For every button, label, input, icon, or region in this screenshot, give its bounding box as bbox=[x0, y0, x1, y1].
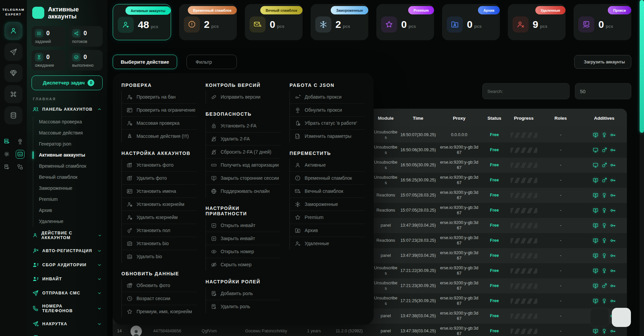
sidebar-subitem-Массовые действия[interactable]: Массовые действия bbox=[33, 127, 107, 138]
menu-item-Добавить роль[interactable]: Добавить роль bbox=[206, 287, 281, 300]
menu-item-Архив[interactable]: Архив bbox=[290, 224, 365, 237]
sidebar-item-ИНВАЙТ[interactable]: ИНВАЙТ bbox=[27, 272, 107, 286]
menu-item-Массовая проверка[interactable]: Массовая проверка bbox=[122, 117, 197, 130]
menu-item-Установить пол[interactable]: Установить пол bbox=[122, 224, 197, 237]
scrollbar-thumb[interactable] bbox=[640, 0, 644, 133]
female-icon bbox=[601, 192, 607, 199]
rail-tool-server-check[interactable] bbox=[2, 137, 11, 146]
scroll-to-bottom-button[interactable] bbox=[590, 308, 609, 327]
rail-item-accounts[interactable] bbox=[4, 22, 22, 40]
sidebar-subitem-Массовая проверка[interactable]: Массовая проверка bbox=[33, 116, 107, 127]
sidebar-item-НОМЕРА ТЕЛЕФОНОВ[interactable]: НОМЕРА ТЕЛЕФОНОВ bbox=[27, 300, 107, 317]
cell-proxy: erse.io:9200:y-gb:3d 67 bbox=[437, 190, 481, 201]
cell-roles: - bbox=[540, 132, 582, 138]
database-icon bbox=[9, 111, 17, 119]
menu-item-Закрыть сторонние сессии[interactable]: Закрыть сторонние сессии bbox=[206, 172, 281, 185]
status-card-Вечный спамблок[interactable]: Вечный спамблок0pcs bbox=[245, 4, 303, 40]
menu-item-Поддерживать онлайн[interactable]: Поддерживать онлайн bbox=[206, 185, 281, 198]
menu-item-Получить код авторизации[interactable]: Получить код авторизации bbox=[206, 159, 281, 172]
sidebar-item-СБОР АУДИТОРИИ[interactable]: СБОР АУДИТОРИИ bbox=[27, 258, 107, 272]
table-header-Module: Module bbox=[373, 116, 399, 121]
sidebar-item-ОТПРАВКА СМС[interactable]: ОТПРАВКА СМС bbox=[27, 286, 107, 300]
menu-item-Скрыть номер[interactable]: Скрыть номер bbox=[206, 258, 281, 271]
menu-item-Установить bio[interactable]: Установить bio bbox=[122, 237, 197, 250]
menu-item-Обновить фото[interactable]: Обновить фото bbox=[122, 279, 197, 292]
sidebar-subitem-Временный спамблок[interactable]: Временный спамблок bbox=[33, 161, 107, 172]
menu-item-Удалить юзернейм[interactable]: Удалить юзернейм bbox=[122, 211, 197, 224]
task-dispatcher-button[interactable]: Диспетчер задач 0 bbox=[32, 75, 103, 90]
menu-item-Обнулить прокси[interactable]: Обнулить прокси bbox=[290, 104, 365, 117]
rail-item-database[interactable] bbox=[4, 106, 22, 124]
rail-tool-settings[interactable] bbox=[2, 150, 11, 159]
status-card-badge: Вечный спамблок bbox=[260, 6, 303, 14]
sidebar-subitem-Архив[interactable]: Архив bbox=[33, 205, 107, 216]
menu-item-Установить фото[interactable]: Установить фото bbox=[122, 159, 197, 172]
menu-item-Проверить на ограничение[interactable]: Проверить на ограничение bbox=[122, 104, 197, 117]
cell-time: 16:56:25(30.09.25) bbox=[399, 178, 437, 183]
upload-accounts-button[interactable]: Загрузить аккаунты bbox=[574, 55, 631, 69]
status-card-Удаленные[interactable]: Удаленные9pcs bbox=[508, 4, 566, 40]
menu-item-Открыть номер[interactable]: Открыть номер bbox=[206, 245, 281, 258]
sidebar-item-АВТО-РЕГИСТРАЦИЯ[interactable]: АВТО-РЕГИСТРАЦИЯ bbox=[27, 244, 107, 258]
rail-tool-code-window[interactable] bbox=[16, 150, 24, 159]
menu-item-Удалить роль[interactable]: Удалить роль bbox=[206, 300, 281, 313]
menu-item-Замороженные[interactable]: Замороженные bbox=[290, 198, 365, 211]
menu-item-Удалить 2-FA[interactable]: Удалить 2-FA bbox=[206, 132, 281, 146]
menu-item-Удалить фото[interactable]: Удалить фото bbox=[122, 172, 197, 185]
menu-item-Удаленные[interactable]: Удаленные bbox=[290, 237, 365, 250]
menu-item-Убрать статус 'в работе'[interactable]: Убрать статус 'в работе' bbox=[290, 117, 365, 130]
menu-item-Возраст сессии[interactable]: Возраст сессии bbox=[122, 292, 197, 305]
progress-bar bbox=[511, 223, 537, 228]
menu-item-Вечный спамблок[interactable]: Вечный спамблок bbox=[290, 185, 365, 198]
status-card-Архив[interactable]: Архив0pcs bbox=[442, 4, 500, 40]
status-card-badge: Прокси bbox=[608, 6, 631, 14]
rail-item-sender[interactable] bbox=[4, 43, 22, 61]
cell-roles: - bbox=[540, 329, 582, 334]
menu-item-Активные[interactable]: Активные bbox=[290, 159, 365, 172]
rail-item-tools[interactable] bbox=[4, 85, 22, 103]
menu-item-Изменить параметры[interactable]: Изменить параметры bbox=[290, 130, 365, 143]
menu-item-Установить юзернейм[interactable]: Установить юзернейм bbox=[122, 198, 197, 211]
sidebar-subitem-Замороженные[interactable]: Замороженные bbox=[33, 183, 107, 194]
menu-item-Закрыть инвайт[interactable]: Закрыть инвайт bbox=[206, 232, 281, 245]
status-card-Прокси[interactable]: Прокси0pcs bbox=[574, 4, 631, 40]
menu-item-Исправить версии[interactable]: Исправить версии bbox=[206, 91, 281, 103]
sidebar-item-ДЕЙСТВИЕ С АККАУНТОМ[interactable]: ДЕЙСТВИЕ С АККАУНТОМ bbox=[27, 227, 107, 244]
search-input[interactable] bbox=[482, 83, 570, 99]
rail-tool-document-check[interactable] bbox=[2, 163, 11, 171]
scroll-to-top-button[interactable] bbox=[612, 308, 631, 327]
menu-item-Массовые действия (!!!)[interactable]: Массовые действия (!!!) bbox=[122, 130, 197, 143]
status-card-Premium[interactable]: Premium0pcs bbox=[376, 4, 434, 40]
sidebar-item-КНИГА КОНТАКТОВ[interactable]: КНИГА КОНТАКТОВ bbox=[27, 331, 107, 336]
menu-item-Премиум, имя, юзернейм[interactable]: Премиум, имя, юзернейм bbox=[122, 305, 197, 318]
sidebar-item-accounts-panel[interactable]: ПАНЕЛЬ АККАУНТОВ bbox=[27, 102, 107, 116]
select-action-button[interactable]: Выберите действие bbox=[113, 55, 177, 69]
sidebar-subitem-Вечный спамблок[interactable]: Вечный спамблок bbox=[33, 172, 107, 183]
menu-item-Установить 2-FA[interactable]: Установить 2-FA bbox=[206, 119, 281, 132]
stat-value: 0 bbox=[46, 30, 50, 37]
sidebar-subitem-Удаленные[interactable]: Удаленные bbox=[33, 216, 107, 227]
sidebar-subitem-Активные аккаунты[interactable]: Активные аккаунты bbox=[33, 150, 107, 161]
sidebar-item-НАКРУТКА[interactable]: НАКРУТКА bbox=[27, 317, 107, 331]
menu-item-Удалить bio[interactable]: Удалить bio bbox=[122, 250, 197, 263]
menu-item-Сбросить 2-FA (7 дней)[interactable]: Сбросить 2-FA (7 дней) bbox=[206, 146, 281, 159]
filter-dropdown[interactable]: Фильтр bbox=[186, 55, 237, 69]
menu-item-Проверить на бан[interactable]: Проверить на бан bbox=[122, 91, 197, 104]
sidebar-subitem-Генератор json[interactable]: Генератор json bbox=[33, 138, 107, 150]
sidebar-subitem-Premium[interactable]: Premium bbox=[33, 194, 107, 205]
menu-item-Premium[interactable]: Premium bbox=[290, 211, 365, 224]
menu-item-Временный спамблок[interactable]: Временный спамблок bbox=[290, 172, 365, 185]
key-icon bbox=[610, 177, 616, 183]
status-card-Замороженные[interactable]: Замороженные2pcs bbox=[311, 4, 368, 40]
rail-item-premium[interactable] bbox=[4, 64, 22, 82]
rail-tool-qr-transfer[interactable] bbox=[16, 163, 24, 171]
rail-tool-webcam[interactable] bbox=[16, 137, 24, 146]
table-row[interactable]: 14447584849856QgfVsmGocewu Patoncchrkby1… bbox=[113, 324, 627, 336]
status-card-Активные аккаунты[interactable]: Активные аккаунты48pcs bbox=[113, 4, 171, 40]
page-size-select[interactable]: 50 bbox=[575, 83, 631, 99]
menu-item-Установить имена[interactable]: Установить имена bbox=[122, 185, 197, 198]
status-card-Временный спамблок[interactable]: Временный спамблок2pcs bbox=[179, 4, 237, 40]
menu-item-Открыть инвайт[interactable]: Открыть инвайт bbox=[206, 219, 281, 232]
monitor-x-icon bbox=[592, 222, 599, 229]
menu-item-Добавить прокси[interactable]: Добавить прокси bbox=[290, 91, 365, 104]
